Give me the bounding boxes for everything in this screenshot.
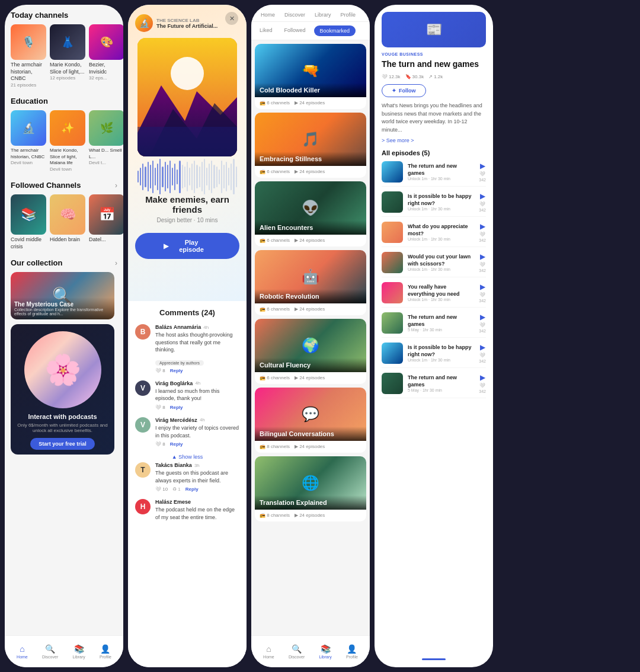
today-card-3[interactable]: 🎨 Bezier, Invisidc 32 eps... xyxy=(89,24,123,88)
ep-thumb-7 xyxy=(382,343,403,364)
nav-library[interactable]: 📚 Library xyxy=(72,644,85,659)
ep-item-5[interactable]: You really have everything you need Unlo… xyxy=(382,282,486,308)
show-card-embrace[interactable]: 🎵 Embracing Stillness 📻 6 channels ▶ 24 … xyxy=(255,113,366,178)
tab-library[interactable]: Library xyxy=(310,9,336,21)
ep-heart-3[interactable]: 🤍 xyxy=(479,232,485,237)
nav-profile[interactable]: 👤 Profile xyxy=(100,644,111,659)
nav3-discover[interactable]: 🔍 Discover xyxy=(289,644,305,659)
show-card-cold[interactable]: 🔫 Cold Blooded Killer 📻 6 channels ▶ 24 … xyxy=(255,44,366,109)
ep-actions-1: ▶ 🤍 342 xyxy=(479,162,486,182)
play-button[interactable]: ▶ Play episode xyxy=(135,233,239,259)
ep-heart-7[interactable]: 🤍 xyxy=(479,353,485,358)
comment-reply-4[interactable]: Reply xyxy=(185,487,199,492)
ep-heart-5[interactable]: 🤍 xyxy=(479,292,485,297)
ep-heart-4[interactable]: 🤍 xyxy=(479,262,485,267)
ep-item-2[interactable]: Is it possible to be happy right now? Un… xyxy=(382,191,486,217)
nav-discover[interactable]: 🔍 Discover xyxy=(42,644,58,659)
waveform-bar-26 xyxy=(201,162,203,191)
svg-point-1 xyxy=(171,57,204,90)
tab-profile[interactable]: Profile xyxy=(336,9,361,21)
edu-card-2[interactable]: ✨ Marie Kondo, Slice of light, Malana li… xyxy=(50,110,85,172)
comment-time-2: 4h xyxy=(195,380,200,386)
comment-reply-3[interactable]: Reply xyxy=(170,441,183,447)
ep-info-7: Is it possible to be happy right now? Un… xyxy=(408,344,474,362)
today-card-1[interactable]: 🎙️ The armchair historian, CNBC 21 episo… xyxy=(11,24,46,88)
ep-item-7[interactable]: Is it possible to be happy right now? Un… xyxy=(382,343,486,368)
show-card-bilingual[interactable]: 💬 Bilingual Conversations 📻 8 channels ▶… xyxy=(255,388,366,453)
comment-like-3[interactable]: 🤍 8 xyxy=(155,441,165,447)
nav-home[interactable]: ⌂ Home xyxy=(17,644,28,659)
play-label: Play episode xyxy=(172,239,211,253)
promo-button[interactable]: Start your free trial xyxy=(30,438,95,450)
waveform[interactable]: // Will be rendered via JS below xyxy=(137,166,237,187)
edu-info-2: Marie Kondo, Slice of light, Malana life… xyxy=(50,148,85,172)
tab-followed[interactable]: Followed xyxy=(280,25,311,36)
audio-title: Make enemies, earn friends xyxy=(135,194,239,215)
waveform-bar-39 xyxy=(233,159,234,194)
show-card-alien[interactable]: 👽 Alien Encounters 📻 6 channels ▶ 24 epi… xyxy=(255,181,366,247)
comment-tag-1: Appreciate by authors xyxy=(155,360,204,366)
show-less-button[interactable]: ▲ Show less xyxy=(135,454,239,460)
followed-arrow[interactable]: › xyxy=(115,181,117,190)
show-card-cultural[interactable]: 🌍 Cultural Fluency 📻 6 channels ▶ 24 epi… xyxy=(255,319,366,384)
comment-avatar-5: H xyxy=(135,499,151,514)
ep-heart-2[interactable]: 🤍 xyxy=(479,201,485,207)
ep-item-6[interactable]: The return and new games 5 May · 1hr 30 … xyxy=(382,312,486,338)
close-button[interactable]: ✕ xyxy=(225,12,238,25)
comment-like-4[interactable]: 🤍 10 xyxy=(155,487,168,492)
collection-card[interactable]: 🔍 The Mysterious Case Collection descrip… xyxy=(11,272,114,319)
comment-reply-1[interactable]: Reply xyxy=(170,368,183,373)
waveform-bar-6 xyxy=(152,161,153,193)
nav3-library[interactable]: 📚 Library xyxy=(319,644,331,659)
ep-play-7[interactable]: ▶ xyxy=(480,343,485,351)
followed-thumb-3: 📅 xyxy=(89,194,123,235)
show-card-robotic[interactable]: 🤖 Robotic Revolution 📻 6 channels ▶ 24 e… xyxy=(255,250,366,315)
nav3-profile[interactable]: 👤 Profile xyxy=(346,644,358,659)
ep-heart-6[interactable]: 🤍 xyxy=(479,322,485,328)
followed-info-2: Hidden brain xyxy=(50,236,85,244)
comment-reply-2[interactable]: Reply xyxy=(170,405,183,410)
collection-arrow[interactable]: › xyxy=(115,259,117,267)
ep-play-8[interactable]: ▶ xyxy=(480,373,485,382)
ep-play-3[interactable]: ▶ xyxy=(480,222,485,231)
followed-card-1[interactable]: 📚 Covid middle crisis xyxy=(11,194,46,250)
show-channels-alien: 📻 6 channels xyxy=(260,238,290,243)
ep-title-2: Is it possible to be happy right now? xyxy=(408,193,474,207)
ep-heart-1[interactable]: 🤍 xyxy=(479,171,485,177)
show-card-translation[interactable]: 🌐 Translation Explained 📻 8 channels ▶ 2… xyxy=(255,456,366,521)
ep-meta-1: Unlock 1m · 1hr 30 min xyxy=(408,177,474,181)
see-more-link[interactable]: > See more > xyxy=(382,137,486,143)
ep-play-2[interactable]: ▶ xyxy=(480,192,485,200)
comment-like-2[interactable]: 🤍 8 xyxy=(155,405,165,410)
followed-card-3[interactable]: 📅 Datel... xyxy=(89,194,123,250)
tab-bookmarked[interactable]: Bookmarked xyxy=(314,25,356,36)
ep-item-1[interactable]: The return and new games Unlock 1m · 1hr… xyxy=(382,161,486,187)
ep-item-4[interactable]: Would you cut your lawn with scissors? U… xyxy=(382,252,486,277)
waveform-bar-5 xyxy=(150,165,151,188)
followed-card-2[interactable]: 🧠 Hidden brain xyxy=(50,194,85,250)
ep-thumb-1 xyxy=(382,161,403,183)
tab-home[interactable]: Home xyxy=(256,9,280,21)
follow-button[interactable]: ✦ Follow xyxy=(382,84,426,97)
today-card-2[interactable]: 👗 Marie Kondo, Slice of light,... 12 epi… xyxy=(50,24,85,88)
ep-item-3[interactable]: What do you appreciate most? Unlock 1m ·… xyxy=(382,222,486,247)
edu-card-1[interactable]: 🔬 The armchair historian, CNBC Devil tow… xyxy=(11,110,46,172)
ep-meta-3: Unlock 1m · 1hr 30 min xyxy=(408,237,474,241)
waveform-bar-22 xyxy=(191,164,193,190)
edu-card-3[interactable]: 🌿 What D... Smell L... Devil t... xyxy=(89,110,123,172)
ep-heart-8[interactable]: 🤍 xyxy=(479,383,485,388)
tab-discover[interactable]: Discover xyxy=(280,9,310,21)
comment-like-1[interactable]: 🤍 8 xyxy=(155,368,165,373)
ep-play-4[interactable]: ▶ xyxy=(480,252,485,261)
waveform-bar-40 xyxy=(236,167,237,187)
ep-play-1[interactable]: ▶ xyxy=(480,162,485,170)
podcast-episode-name: The Future of Artificial... xyxy=(156,23,217,29)
tab-liked[interactable]: Liked xyxy=(255,25,277,36)
show-thumb-alien: 👽 Alien Encounters xyxy=(255,181,366,235)
ep-play-6[interactable]: ▶ xyxy=(480,313,485,321)
ep-item-8[interactable]: The return and new games 5 May · 1hr 30 … xyxy=(382,373,486,398)
nav3-home[interactable]: ⌂ Home xyxy=(263,644,274,659)
news-hero-thumb: 📰 xyxy=(382,12,486,47)
ep-play-5[interactable]: ▶ xyxy=(480,283,485,291)
shows-list: 🔫 Cold Blooded Killer 📻 6 channels ▶ 24 … xyxy=(251,40,370,667)
